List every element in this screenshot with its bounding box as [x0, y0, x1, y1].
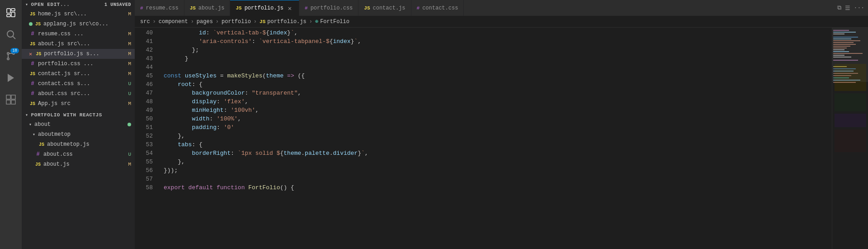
- open-file-resume-css[interactable]: # resume.css ... M: [22, 29, 135, 39]
- file-status: U: [128, 91, 131, 96]
- file-status: M: [128, 51, 131, 57]
- tab-about-js[interactable]: JS about.js: [184, 0, 231, 16]
- folder-aboutmetop[interactable]: ▾ aboutmetop: [22, 129, 135, 139]
- toggle-panel-icon[interactable]: ☰: [845, 5, 850, 12]
- code-line-43: }: [156, 54, 832, 63]
- tabs-actions: ⧉ ☰ ···: [834, 5, 868, 12]
- more-actions-icon[interactable]: ···: [854, 5, 864, 11]
- svg-rect-42: [833, 82, 856, 83]
- open-file-home-js[interactable]: JS home.js src\... M: [22, 9, 135, 19]
- svg-rect-33: [835, 114, 866, 127]
- code-line-42: };: [156, 46, 832, 54]
- breadcrumb-pages[interactable]: pages: [197, 19, 213, 25]
- tab-resume-css[interactable]: # resume.css: [135, 0, 184, 16]
- tab-name: portfolio.css: [311, 5, 353, 11]
- js-tab-icon: JS: [364, 5, 370, 11]
- tab-portfolio-js[interactable]: JS portfolio.js ✕: [230, 0, 299, 16]
- open-editors-title: OPEN EDIT...: [31, 2, 70, 7]
- open-file-about-css[interactable]: # about.css src... U: [22, 89, 135, 99]
- svg-point-4: [7, 31, 14, 37]
- js-tab-icon: JS: [190, 5, 196, 11]
- code-line-54: borderRight: `1px solid ${theme.palette.…: [156, 149, 832, 158]
- file-status: M: [128, 41, 131, 47]
- file-name: contact.js sr...: [38, 71, 124, 77]
- js-icon: JS: [29, 70, 36, 77]
- js-icon: JS: [34, 161, 42, 168]
- svg-line-5: [13, 37, 16, 39]
- code-line-40: id: `vertical-tab-${index}`,: [156, 29, 832, 37]
- js-icon: JS: [29, 10, 36, 18]
- tab-portfolio-css[interactable]: # portfolio.css: [299, 0, 359, 16]
- run-debug-icon[interactable]: [0, 67, 22, 89]
- file-aboutmetop-js[interactable]: JS aboutmetop.js: [22, 139, 135, 149]
- svg-rect-32: [835, 93, 866, 111]
- code-line-41: 'aria-controls': `vertical-tabpanel-${in…: [156, 37, 832, 46]
- code-line-55: },: [156, 158, 832, 166]
- code-line-44: [156, 63, 832, 72]
- folder-about[interactable]: ▾ about: [22, 120, 135, 129]
- tabs-bar: # resume.css JS about.js JS portfolio.js…: [135, 0, 868, 16]
- open-file-applang-js[interactable]: JS applang.js src\co...: [22, 19, 135, 29]
- extensions-icon[interactable]: [0, 89, 22, 110]
- code-line-52: },: [156, 132, 832, 140]
- tab-close-icon[interactable]: ✕: [286, 5, 293, 12]
- open-file-portfolio-js[interactable]: ✕ JS portfolio.js s... M: [22, 49, 135, 59]
- file-status: U: [128, 152, 131, 157]
- file-status: M: [128, 11, 131, 17]
- file-name: portfolio.js s...: [44, 51, 124, 57]
- tab-contact-css[interactable]: # contact.css: [411, 0, 464, 16]
- file-name: aboutmetop.js: [47, 141, 131, 148]
- open-file-app-js[interactable]: JS App.js src M: [22, 99, 135, 109]
- code-line-49: minHeight: '100vh',: [156, 106, 832, 115]
- file-about-js[interactable]: JS about.js M: [22, 159, 135, 169]
- code-line-47: backgroundColor: "transparent",: [156, 89, 832, 97]
- file-name: about.css: [43, 151, 124, 158]
- open-file-portfolio-css[interactable]: # portfolio.css ... M: [22, 59, 135, 69]
- file-name: portfolio.css ...: [38, 61, 124, 67]
- breadcrumb-portfolio[interactable]: portfolio: [222, 19, 251, 25]
- sidebar: ▾ OPEN EDIT... 1 UNSAVED JS home.js src\…: [22, 0, 135, 249]
- code-editor[interactable]: 40 41 42 43 44 45 46 47 48 49 50 51 52 5…: [135, 28, 868, 249]
- breadcrumb-src[interactable]: src: [140, 19, 150, 25]
- file-name: resume.css ...: [38, 31, 124, 37]
- code-line-48: display: 'flex',: [156, 97, 832, 106]
- open-editors-chevron: ▾: [25, 2, 28, 7]
- code-content[interactable]: id: `vertical-tab-${index}`, 'aria-contr…: [156, 28, 832, 249]
- tab-contact-js[interactable]: JS contact.js: [359, 0, 411, 16]
- project-header[interactable]: ▾ PORTFOLIO WITH REACTJS: [22, 110, 135, 120]
- js-tab-icon: JS: [236, 5, 241, 11]
- code-line-46: root: {: [156, 80, 832, 89]
- open-file-contact-css[interactable]: # contact.css s... U: [22, 79, 135, 89]
- open-file-contact-js[interactable]: JS contact.js sr... M: [22, 69, 135, 79]
- css-icon: #: [34, 151, 42, 158]
- css-tab-icon: #: [140, 5, 143, 11]
- breadcrumb-symbol[interactable]: FortFolio: [320, 19, 349, 25]
- file-about-css[interactable]: # about.css U: [22, 149, 135, 159]
- svg-rect-10: [6, 95, 10, 99]
- project-title: PORTFOLIO WITH REACTJS: [31, 112, 102, 118]
- code-line-53: tabs: {: [156, 140, 832, 149]
- file-name: App.js src: [38, 101, 124, 107]
- code-line-45: const useStyles = makeStyles(theme => ({: [156, 72, 832, 80]
- open-file-about-js[interactable]: JS about.js src\... M: [22, 39, 135, 49]
- file-status: M: [128, 101, 131, 106]
- breadcrumb-filename[interactable]: portfolio.js: [267, 19, 306, 25]
- css-icon: #: [29, 90, 36, 97]
- minimap: [832, 28, 868, 249]
- js-icon: JS: [34, 20, 42, 28]
- files-icon[interactable]: [0, 2, 22, 24]
- svg-rect-12: [11, 100, 15, 104]
- css-icon: #: [29, 60, 36, 67]
- open-editors-header[interactable]: ▾ OPEN EDIT... 1 UNSAVED: [22, 0, 135, 9]
- folder-modified-dot: [127, 123, 131, 126]
- breadcrumb-component[interactable]: component: [159, 19, 188, 25]
- line-numbers: 40 41 42 43 44 45 46 47 48 49 50 51 52 5…: [135, 28, 156, 249]
- project-chevron: ▾: [25, 112, 28, 118]
- split-editor-icon[interactable]: ⧉: [837, 5, 841, 11]
- source-control-icon[interactable]: 18: [0, 45, 22, 67]
- code-line-51: padding: '0': [156, 123, 832, 132]
- close-icon[interactable]: ✕: [29, 51, 32, 57]
- search-icon[interactable]: [0, 24, 22, 45]
- file-name: about.css src...: [38, 91, 124, 97]
- code-line-50: width: '100%',: [156, 115, 832, 123]
